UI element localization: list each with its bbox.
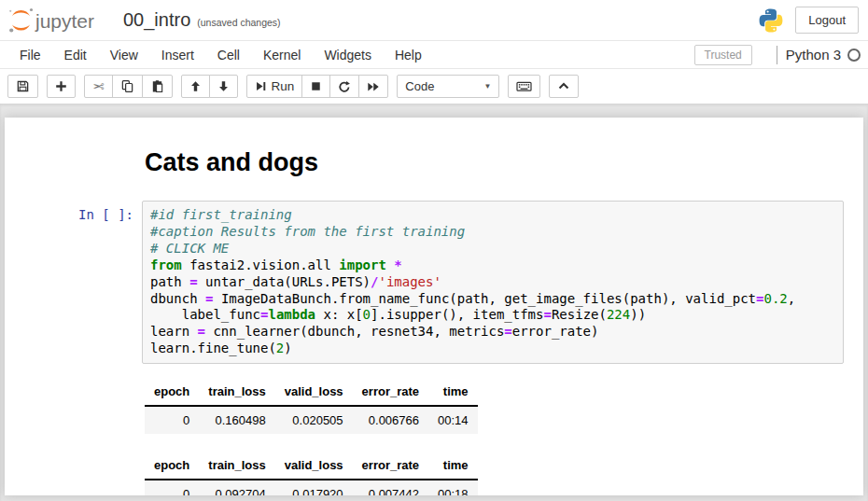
chevron-up-icon [557,80,570,92]
add-cell-icon [55,80,67,92]
interrupt-kernel-button[interactable] [301,75,330,98]
header: jupyter 00_intro (unsaved changes) Logou… [0,0,868,41]
menu-item-insert[interactable]: Insert [153,44,203,66]
keyboard-icon [516,79,532,93]
move-cell-down-button[interactable] [209,75,238,98]
column-header: time [428,452,478,480]
training-output-table: epochtrain_lossvalid_losserror_ratetime0… [145,452,478,495]
notebook-background: Cats and dogs In [ ]: #id first_training… [0,104,868,501]
restart-run-all-button[interactable] [358,75,388,98]
input-prompt: In [ ]: [5,201,142,364]
menu-items: FileEditViewInsertCellKernelWidgetsHelp [11,44,437,66]
menu-item-widgets[interactable]: Widgets [315,44,380,66]
menu-item-kernel[interactable]: Kernel [255,44,309,66]
restart-kernel-button[interactable] [329,75,359,98]
table-cell: 0.006766 [353,406,428,434]
table-cell: 0.007442 [353,480,428,495]
menu-item-cell[interactable]: Cell [209,44,248,66]
markdown-heading: Cats and dogs [145,148,863,177]
cell-type-dropdown[interactable]: Code ▼ [397,75,499,98]
training-output-table: epochtrain_lossvalid_losserror_ratetime0… [145,378,478,434]
table-row: 00.1604980.0205050.00676600:14 [145,406,478,434]
table-cell: 0.092704 [199,480,274,495]
save-button[interactable] [7,75,38,98]
table-cell: 0.020505 [275,406,353,434]
table-cell: 0 [145,406,199,434]
column-header: train_loss [199,378,274,406]
dropdown-caret-icon: ▼ [483,82,491,90]
code-input-area[interactable]: #id first_training#caption Results from … [142,201,844,364]
column-header: time [428,378,478,406]
svg-text:jupyter: jupyter [35,10,94,32]
paste-icon [150,79,164,93]
table-cell: 0 [145,480,199,495]
menubar: FileEditViewInsertCellKernelWidgetsHelp … [0,41,868,69]
table-cell: 0.160498 [199,406,274,434]
copy-icon [120,79,134,93]
cut-icon: ✂ [92,79,105,93]
trusted-button[interactable]: Trusted [694,45,752,65]
divider [777,46,777,64]
column-header: epoch [145,452,199,480]
jupyter-logo[interactable]: jupyter [7,7,99,35]
move-down-icon [217,80,230,92]
add-cell-button[interactable] [47,75,76,98]
column-header: valid_loss [275,378,353,406]
restart-kernel-icon [338,80,351,93]
code-cell: In [ ]: #id first_training#caption Resul… [5,201,863,364]
paste-cell-button[interactable] [142,75,173,98]
kernel-idle-circle-icon [847,49,861,62]
run-cell-button[interactable]: Run [246,75,303,98]
collapse-toolbar-button[interactable] [549,75,579,98]
save-icon [16,79,30,93]
interrupt-stop-icon [310,80,322,92]
jupyter-logo-icon: jupyter [7,7,99,35]
restart-run-all-icon [367,80,380,93]
table-cell: 0.017920 [275,480,353,495]
column-header: train_loss [199,452,274,480]
table-cell: 00:18 [428,480,478,495]
column-header: valid_loss [275,452,353,480]
cell-type-value: Code [405,79,434,93]
table-row: 00.0927040.0179200.00744200:18 [145,480,478,495]
menu-item-edit[interactable]: Edit [56,44,95,66]
move-up-icon [189,80,202,92]
toolbar: ✂ [0,69,868,104]
code-editor[interactable]: #id first_training#caption Results from … [150,207,835,357]
checkpoint-status: (unsaved changes) [197,13,280,28]
kernel-name: Python 3 [786,47,841,63]
cut-cell-button[interactable]: ✂ [84,75,113,98]
table-cell: 00:14 [428,406,478,434]
step-forward-icon [255,80,267,92]
notebook-title[interactable]: 00_intro [123,9,190,31]
command-palette-button[interactable] [508,75,540,98]
menu-item-help[interactable]: Help [386,44,430,66]
copy-cell-button[interactable] [112,75,143,98]
logout-button[interactable]: Logout [795,7,859,34]
output-area: epochtrain_lossvalid_losserror_ratetime0… [145,378,863,495]
column-header: error_rate [353,452,428,480]
menu-item-view[interactable]: View [102,44,147,66]
menu-item-file[interactable]: File [11,44,49,66]
move-cell-up-button[interactable] [181,75,210,98]
notebook-container: Cats and dogs In [ ]: #id first_training… [5,118,863,495]
column-header: error_rate [353,378,428,406]
python-logo-icon [758,7,784,34]
run-button-label: Run [272,79,295,93]
column-header: epoch [145,378,199,406]
